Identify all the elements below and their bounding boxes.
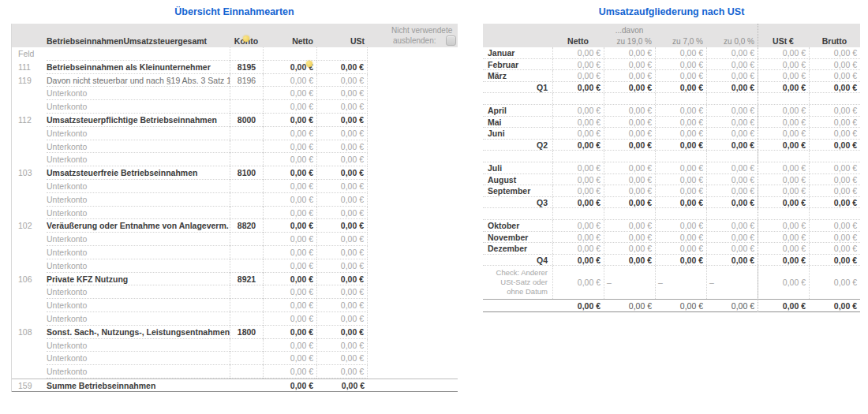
cell-v4[interactable]: 0,00 € xyxy=(706,117,758,128)
cell-v1[interactable]: 0,00 € xyxy=(552,174,604,185)
cell-name[interactable]: Veräußerung oder Entnahme von Anlageverm… xyxy=(47,219,230,233)
cell-label[interactable]: Juli xyxy=(483,162,552,173)
cell-ust[interactable]: 0,00 € xyxy=(316,365,368,379)
cell-v6[interactable]: 0,00 € xyxy=(809,232,860,243)
cell-v4[interactable]: 0,00 € xyxy=(706,197,758,208)
cell-v1[interactable]: 0,00 € xyxy=(552,128,604,139)
cell-v6[interactable] xyxy=(809,208,860,219)
cell-konto[interactable] xyxy=(230,127,263,140)
cell-name[interactable]: Unterkonto xyxy=(47,207,230,220)
comment-indicator-icon[interactable] xyxy=(243,35,249,42)
cell-label[interactable]: Februar xyxy=(483,59,552,70)
cell-label[interactable]: November xyxy=(483,232,552,243)
cell-name[interactable]: Unterkonto xyxy=(47,285,230,299)
cell-label[interactable]: Q2 xyxy=(483,140,552,151)
cell-ust[interactable]: 0,00 € xyxy=(316,233,368,246)
cell-konto[interactable]: 1800 xyxy=(230,326,263,339)
cell-label[interactable]: Q1 xyxy=(483,82,552,93)
cell-ust[interactable]: 0,00 € xyxy=(316,153,368,166)
cell-name[interactable]: Summe Betriebseinnahmen xyxy=(47,379,230,391)
cell-v5[interactable]: 0,00 € xyxy=(758,82,809,93)
cell-label[interactable]: August xyxy=(483,174,552,185)
cell-ust[interactable]: 0,00 € xyxy=(316,285,368,299)
cell-v6[interactable]: 0,00 € xyxy=(809,70,860,81)
cell-ust[interactable]: 0,00 € xyxy=(316,379,368,391)
cell-v3[interactable] xyxy=(655,151,706,162)
cell-v6[interactable]: 0,00 € xyxy=(809,105,860,116)
cell-label[interactable]: Juni xyxy=(483,128,552,139)
cell-v3[interactable]: 0,00 € xyxy=(655,140,706,151)
cell-v3[interactable]: 0,00 € xyxy=(655,232,706,243)
cell-netto[interactable]: 0,00 € xyxy=(263,352,316,365)
cell-netto[interactable]: 0,00 € xyxy=(263,365,316,379)
cell-v5[interactable]: 0,00 € xyxy=(758,174,809,185)
cell-konto[interactable] xyxy=(230,87,263,100)
cell-v6[interactable]: 0,00 € xyxy=(809,82,860,93)
cell-label[interactable] xyxy=(483,208,552,219)
cell-name[interactable]: Unterkonto xyxy=(47,352,230,365)
cell-v4[interactable]: 0,00 € xyxy=(706,128,758,139)
cell-v2[interactable] xyxy=(604,208,655,219)
cell-v1[interactable]: 0,00 € xyxy=(552,232,604,243)
cell-netto[interactable]: 0,00 € xyxy=(263,285,316,299)
cell-v6[interactable]: 0,00 € xyxy=(809,59,860,70)
cell-v3[interactable]: 0,00 € xyxy=(655,117,706,128)
cell-v1[interactable]: 0,00 € xyxy=(552,82,604,93)
cell-v1[interactable]: 0,00 € xyxy=(552,70,604,81)
cell-konto[interactable] xyxy=(230,259,263,273)
cell-v3[interactable] xyxy=(655,93,706,104)
cell-v2[interactable]: 0,00 € xyxy=(604,128,655,139)
cell-v5[interactable]: 0,00 € xyxy=(758,105,809,116)
cell-label[interactable] xyxy=(483,300,552,311)
cell-name[interactable]: Unterkonto xyxy=(47,312,230,326)
cell-netto[interactable]: 0,00 € xyxy=(263,219,316,233)
cell-netto[interactable]: 0,00 € xyxy=(263,114,316,127)
cell-v4[interactable]: 0,00 € xyxy=(706,185,758,196)
cell-netto[interactable]: 0,00 € xyxy=(263,100,316,114)
cell-name[interactable]: Unterkonto xyxy=(47,180,230,193)
cell-name[interactable]: Unterkonto xyxy=(47,100,230,114)
cell-v5[interactable] xyxy=(758,208,809,219)
cell-ust[interactable]: 0,00 € xyxy=(316,166,368,180)
cell-name[interactable]: Umsatzsteuerpflichtige Betriebseinnahmen xyxy=(47,114,230,127)
cell-v1[interactable] xyxy=(552,208,604,219)
cell-konto[interactable]: 8000 xyxy=(230,114,263,127)
cell-v3[interactable]: 0,00 € xyxy=(655,59,706,70)
cell-v2[interactable]: 0,00 € xyxy=(604,243,655,254)
cell-konto[interactable] xyxy=(230,180,263,193)
cell-konto[interactable] xyxy=(230,246,263,259)
cell-v1[interactable]: 0,00 € xyxy=(552,105,604,116)
cell-konto[interactable] xyxy=(230,352,263,365)
cell-v1[interactable] xyxy=(552,151,604,162)
cell-v3[interactable]: 0,00 € xyxy=(655,220,706,231)
cell-v1[interactable]: 0,00 € xyxy=(552,220,604,231)
cell-v6[interactable] xyxy=(809,151,860,162)
cell-konto[interactable] xyxy=(230,299,263,312)
cell-konto[interactable] xyxy=(230,285,263,299)
cell-v2[interactable]: 0,00 € xyxy=(604,185,655,196)
cell-v1[interactable]: 0,00 € xyxy=(552,47,604,58)
cell-v4[interactable]: 0,00 € xyxy=(706,70,758,81)
cell-v2[interactable]: 0,00 € xyxy=(604,197,655,208)
cell-konto[interactable] xyxy=(230,379,263,391)
cell-v1[interactable]: 0,00 € xyxy=(552,162,604,173)
cell-netto[interactable]: 0,00 € xyxy=(263,180,316,193)
cell-name[interactable] xyxy=(47,47,230,61)
cell-v6[interactable]: 0,00 € xyxy=(809,266,860,299)
cell-ust[interactable]: 0,00 € xyxy=(316,74,368,88)
cell-ust[interactable]: 0,00 € xyxy=(316,299,368,312)
cell-label[interactable]: Check: AndererUSt-Satz oderohne Datum xyxy=(483,266,552,299)
cell-v6[interactable]: 0,00 € xyxy=(809,128,860,139)
cell-v3[interactable]: 0,00 € xyxy=(655,174,706,185)
cell-v2[interactable]: – xyxy=(604,266,655,299)
cell-konto[interactable]: 8100 xyxy=(230,166,263,180)
cell-v5[interactable]: 0,00 € xyxy=(758,117,809,128)
cell-v5[interactable]: 0,00 € xyxy=(758,255,809,266)
cell-konto[interactable] xyxy=(230,47,263,61)
cell-v3[interactable]: 0,00 € xyxy=(655,300,706,311)
cell-konto[interactable] xyxy=(230,193,263,207)
cell-konto[interactable]: 8921 xyxy=(230,273,263,286)
cell-label[interactable] xyxy=(483,93,552,104)
cell-v3[interactable]: 0,00 € xyxy=(655,128,706,139)
cell-ust[interactable]: 0,00 € xyxy=(316,339,368,352)
